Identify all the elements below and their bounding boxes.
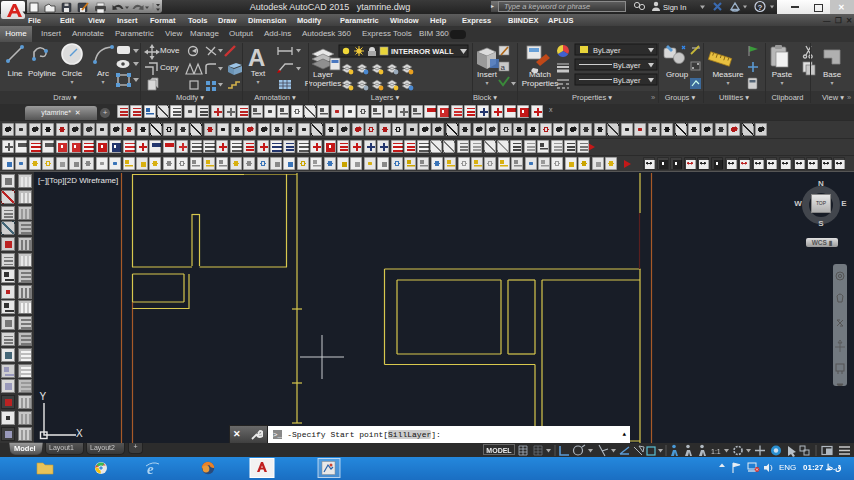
svg-text:INTERROR WALL: INTERROR WALL [391, 47, 454, 56]
svg-text:A: A [248, 44, 265, 71]
svg-text:ByLayer: ByLayer [613, 61, 641, 70]
svg-text:Sign In: Sign In [663, 3, 686, 12]
svg-text:X: X [76, 428, 83, 439]
svg-text:?: ? [758, 3, 763, 12]
svg-text:ByLayer: ByLayer [613, 76, 641, 85]
svg-text:Y: Y [40, 391, 47, 402]
svg-text:ByLayer: ByLayer [593, 46, 621, 55]
svg-text:1:1: 1:1 [711, 448, 721, 455]
